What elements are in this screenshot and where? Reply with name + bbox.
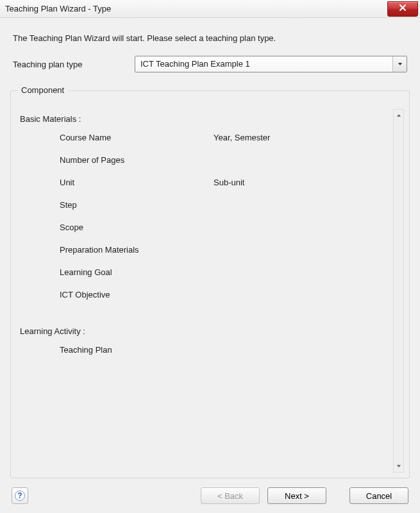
list-item-label: ICT Objective [60, 290, 214, 299]
wizard-buttons: < Back Next > Cancel [201, 487, 408, 504]
list-item: Teaching Plan [20, 345, 388, 355]
component-legend: Component [17, 85, 68, 95]
title-bar: Teaching Plan Wizard - Type [0, 0, 420, 18]
scroll-up-icon [394, 110, 403, 121]
list-item-label [214, 200, 388, 210]
list-item-label: Sub-unit [214, 178, 388, 187]
next-button[interactable]: Next > [267, 487, 326, 504]
list-item-label: Number of Pages [60, 155, 214, 165]
list-item-label [214, 345, 388, 355]
section-heading-basic: Basic Materials : [20, 114, 388, 124]
list-item: Number of Pages [20, 155, 388, 165]
vertical-scrollbar[interactable] [393, 109, 404, 473]
list-item-label [214, 223, 388, 232]
list-item-label [214, 155, 388, 165]
help-button[interactable]: ? [12, 487, 28, 504]
cancel-button[interactable]: Cancel [349, 487, 408, 504]
component-list: Basic Materials : Course Name Year, Seme… [19, 109, 391, 473]
list-item: Learning Goal [20, 267, 388, 277]
list-item: Course Name Year, Semester [20, 133, 388, 142]
list-item-label [214, 245, 388, 255]
list-item-label: Learning Goal [60, 267, 214, 277]
type-row: Teaching plan type ICT Teaching Plan Exa… [13, 56, 407, 72]
list-item: Preparation Materials [20, 245, 388, 255]
select-display: ICT Teaching Plan Example 1 [135, 56, 407, 72]
list-item-label [214, 290, 388, 299]
close-icon [399, 4, 407, 13]
list-item: Step [20, 200, 388, 210]
list-item-label [214, 267, 388, 277]
list-item-label: Step [60, 200, 214, 210]
list-item: ICT Objective [20, 290, 388, 299]
scroll-down-icon [394, 460, 403, 472]
list-item: Unit Sub-unit [20, 178, 388, 187]
list-item: Scope [20, 223, 388, 232]
help-icon: ? [15, 491, 25, 501]
dialog-footer: ? < Back Next > Cancel [10, 478, 410, 513]
list-item-label: Scope [60, 223, 214, 232]
component-listwrap: Basic Materials : Course Name Year, Seme… [19, 109, 404, 473]
list-item-label: Course Name [60, 133, 214, 142]
window-title: Teaching Plan Wizard - Type [5, 4, 111, 13]
intro-text: The Teaching Plan Wizard will start. Ple… [13, 33, 407, 43]
list-item-label: Preparation Materials [60, 245, 214, 255]
component-fieldset: Component Basic Materials : Course Name … [10, 90, 410, 478]
list-item-label: Teaching Plan [60, 345, 214, 355]
window-close-button[interactable] [387, 1, 418, 17]
teaching-plan-type-select[interactable]: ICT Teaching Plan Example 1 [135, 56, 407, 72]
list-item-label: Unit [60, 178, 214, 187]
list-item-label: Year, Semester [214, 133, 388, 142]
dialog-body: The Teaching Plan Wizard will start. Ple… [0, 18, 420, 513]
teaching-plan-type-label: Teaching plan type [13, 60, 135, 69]
section-heading-activity: Learning Activity : [20, 326, 388, 336]
back-button: < Back [201, 487, 260, 504]
